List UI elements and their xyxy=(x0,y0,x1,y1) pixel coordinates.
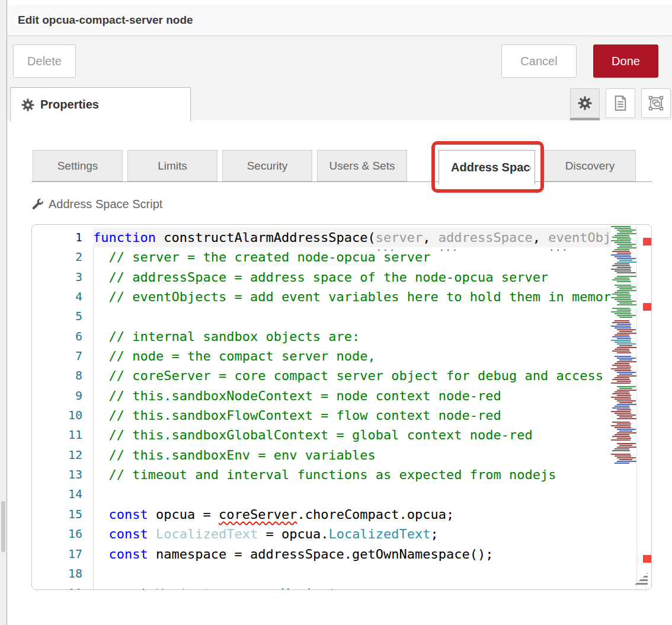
appearance-view-button[interactable] xyxy=(641,88,671,118)
minimap-row xyxy=(617,386,636,387)
node-tab-limits[interactable]: Limits xyxy=(127,150,217,181)
done-button[interactable]: Done xyxy=(593,44,658,78)
minimap-row xyxy=(611,326,631,327)
minimap-row xyxy=(615,356,631,357)
minimap-row xyxy=(617,267,631,268)
minimap-row xyxy=(615,327,631,329)
minimap-row xyxy=(612,422,630,423)
line-number: 14 xyxy=(32,484,93,504)
minimap-row xyxy=(617,358,636,359)
minimap-row xyxy=(619,374,632,375)
minimap-row xyxy=(619,302,632,304)
minimap-row xyxy=(612,308,630,309)
minimap-row xyxy=(619,359,632,361)
code-line: function constructAlarmAddressSpace(serv… xyxy=(93,228,611,247)
minimap-row xyxy=(611,269,631,270)
minimap-row xyxy=(612,365,630,366)
minimap-row xyxy=(611,318,636,320)
node-tab-address-space[interactable]: Address Space xyxy=(439,150,535,184)
minimap-row xyxy=(615,278,629,279)
minimap-row xyxy=(617,347,636,348)
code-line: // this.sandboxNodeContext = node contex… xyxy=(93,386,611,406)
minimap-row xyxy=(619,317,632,318)
minimap-row xyxy=(612,279,630,280)
minimap-row xyxy=(615,256,631,257)
code-line: // this.sandboxFlowContext = flow contex… xyxy=(93,406,611,425)
line-number: 1 xyxy=(32,228,93,247)
minimap-row xyxy=(617,429,636,430)
tray-header: Edit opcua-compact-server node xyxy=(7,5,672,36)
minimap-row xyxy=(617,244,636,245)
minimap-row xyxy=(615,413,631,414)
properties-view-button[interactable] xyxy=(570,88,600,118)
minimap-row xyxy=(617,461,636,462)
minimap-row xyxy=(619,231,632,232)
minimap-row xyxy=(612,450,630,451)
minimap-row xyxy=(615,427,631,428)
minimap-row xyxy=(617,272,636,273)
editor-minimap[interactable] xyxy=(611,226,636,589)
node-tab-label: Limits xyxy=(158,160,187,173)
node-tab-label: Users & Sets xyxy=(329,160,395,173)
code-line: // node = the compact server node, xyxy=(93,346,611,366)
line-number: 3 xyxy=(32,267,93,287)
minimap-row xyxy=(617,324,631,325)
minimap-row xyxy=(617,281,631,282)
minimap-row xyxy=(612,265,630,266)
cancel-button[interactable]: Cancel xyxy=(501,44,577,78)
minimap-row xyxy=(617,329,636,330)
node-tab-discovery[interactable]: Discovery xyxy=(544,150,636,181)
minimap-row xyxy=(617,343,636,345)
minimap-row xyxy=(617,262,636,263)
minimap-row xyxy=(617,457,636,458)
code-editor[interactable]: 12345678910111213141516171819 function c… xyxy=(31,224,652,590)
minimap-row xyxy=(612,407,630,409)
minimap-row xyxy=(611,297,631,298)
minimap-row xyxy=(615,334,629,336)
code-line: // this.sandboxEnv = env variables xyxy=(93,445,611,465)
line-number: 19 xyxy=(32,583,93,590)
active-view-underline xyxy=(570,118,600,120)
minimap-row xyxy=(617,233,636,234)
node-tab-security[interactable]: Security xyxy=(222,150,312,181)
minimap-row xyxy=(617,447,636,448)
node-tab-settings[interactable]: Settings xyxy=(33,150,123,181)
section-label: Address Space Script xyxy=(31,197,162,211)
minimap-row xyxy=(612,393,630,394)
editor-view-tabstrip: Properties xyxy=(7,84,672,120)
minimap-row xyxy=(619,288,632,289)
minimap-row xyxy=(617,301,636,302)
node-tab-users-sets[interactable]: Users & Sets xyxy=(317,150,407,181)
dialog-title: Edit opcua-compact-server node xyxy=(18,14,193,27)
error-marker xyxy=(643,238,651,245)
line-number: 9 xyxy=(32,386,93,406)
line-number: 7 xyxy=(32,346,93,366)
minimap-row xyxy=(617,395,631,396)
minimap-row xyxy=(615,448,629,449)
workspace-edge xyxy=(0,0,7,625)
minimap-row xyxy=(617,290,636,291)
minimap-row xyxy=(615,313,631,314)
line-number: 15 xyxy=(32,505,93,524)
minimap-row xyxy=(615,391,629,393)
minimap-row xyxy=(615,242,631,243)
editor-code-area[interactable]: function constructAlarmAddressSpace(serv… xyxy=(93,228,611,590)
workspace-scrollbar-thumb[interactable] xyxy=(1,501,5,552)
minimap-row xyxy=(619,431,632,432)
minimap-row xyxy=(615,377,629,378)
description-view-button[interactable] xyxy=(606,88,635,118)
minimap-row xyxy=(617,304,636,305)
minimap-row xyxy=(617,366,631,368)
code-line: // server = the created node-opcua serve… xyxy=(93,247,611,267)
tab-properties[interactable]: Properties xyxy=(10,87,191,122)
minimap-row xyxy=(617,443,636,444)
delete-button[interactable]: Delete xyxy=(13,44,76,78)
code-line: // internal sandbox objects are: xyxy=(93,327,611,346)
minimap-row xyxy=(617,258,636,259)
minimap-row xyxy=(611,368,631,369)
minimap-row xyxy=(617,253,631,254)
edit-tray: Edit opcua-compact-server node Delete Ca… xyxy=(7,0,672,625)
line-number: 2 xyxy=(32,247,93,267)
node-tabs-border xyxy=(31,181,652,182)
minimap-row xyxy=(612,350,630,352)
